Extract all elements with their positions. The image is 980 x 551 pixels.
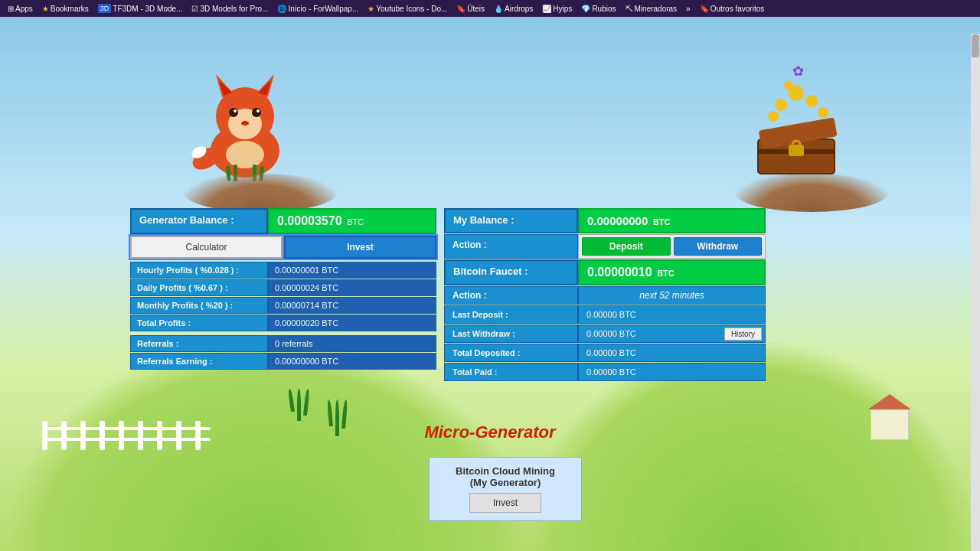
- total-deposited-label: Total Deposited :: [444, 344, 578, 362]
- deposit-button[interactable]: Deposit: [582, 237, 671, 256]
- airdrops-icon: 💧: [494, 5, 503, 13]
- fox-illustration: [184, 59, 337, 212]
- rubios-bookmark[interactable]: 💎 Rubios: [578, 5, 619, 13]
- faucet-btc: BTC: [657, 269, 675, 278]
- balance-panel: My Balance : 0.00000000 BTC Action : Dep…: [444, 208, 766, 382]
- svg-point-7: [229, 108, 238, 117]
- apps-icon: ⊞: [8, 5, 14, 13]
- total-paid-label: Total Paid :: [444, 363, 578, 381]
- bookmarks-item[interactable]: ★ Bookmarks: [39, 5, 92, 13]
- rubios-icon: 💎: [581, 5, 590, 13]
- svg-point-10: [256, 109, 260, 112]
- svg-point-27: [768, 111, 779, 122]
- hourly-profits-value: 0.00000001 BTC: [268, 262, 436, 279]
- cloud-mining-box: Bitcoin Cloud Mining (My Generator) Inve…: [429, 457, 582, 521]
- more-bookmarks[interactable]: »: [683, 5, 694, 13]
- svg-point-25: [805, 95, 818, 107]
- total-deposited-row: Total Deposited : 0.00000 BTC: [444, 344, 766, 362]
- my-balance-label: My Balance :: [444, 208, 578, 233]
- action-label: Action :: [444, 234, 578, 259]
- cloud-mining-title: Bitcoin Cloud Mining (My Generator): [437, 465, 573, 488]
- generator-balance-number: 0.00003570: [277, 214, 342, 227]
- monthly-profits-label: Monthly Profits ( %20 ) :: [130, 297, 268, 314]
- last-deposit-value: 0.00000 BTC: [578, 305, 766, 324]
- action-buttons: Deposit Withdraw: [578, 234, 766, 259]
- last-deposit-label: Last Deposit :: [444, 305, 578, 324]
- hyips-icon: 📈: [542, 5, 551, 13]
- monthly-profits-row: Monthly Profits ( %20 ) : 0.00000714 BTC: [130, 297, 436, 314]
- hourly-profits-label: Hourly Profits ( %0.028 ) :: [130, 262, 268, 279]
- hyips-bookmark[interactable]: 📈 Hyips: [539, 5, 575, 13]
- total-profits-value: 0.00000020 BTC: [268, 315, 436, 331]
- referrals-label: Referrals :: [130, 335, 268, 352]
- total-deposited-value: 0.00000 BTC: [578, 344, 766, 362]
- my-balance-value: 0.00000000 BTC: [578, 208, 766, 233]
- total-profits-row: Total Profits : 0.00000020 BTC: [130, 315, 436, 331]
- scrollbar[interactable]: [971, 34, 980, 551]
- mineradoras-bookmark[interactable]: ⛏ Mineradoras: [622, 5, 681, 13]
- faucet-label: Bitcoin Faucet :: [444, 259, 578, 285]
- fox-mound: [184, 174, 337, 212]
- youtube-bookmark[interactable]: ★ Youtube Icons - Do...: [364, 5, 450, 13]
- history-button[interactable]: History: [724, 328, 762, 341]
- generator-balance-value: 0.00003570 BTC: [268, 208, 436, 234]
- last-withdraw-value-row: 0.00000 BTC History: [578, 324, 766, 343]
- monthly-profits-value: 0.00000714 BTC: [268, 297, 436, 314]
- mineradoras-icon: ⛏: [626, 5, 633, 13]
- hourly-profits-row: Hourly Profits ( %0.028 ) : 0.00000001 B…: [130, 262, 436, 279]
- chest-illustration: [735, 59, 888, 212]
- faucet-action-row: Action : next 52 minutes: [444, 286, 766, 305]
- daily-profits-label: Daily Profits ( %0.67 ) :: [130, 279, 268, 296]
- cloud-invest-button[interactable]: Invest: [469, 493, 541, 513]
- star-icon: ★: [42, 5, 49, 13]
- svg-point-23: [775, 99, 787, 111]
- faucet-number: 0.00000010: [587, 266, 652, 279]
- airdrops-bookmark[interactable]: 💧 Airdrops: [491, 5, 536, 13]
- chest-mound: [735, 174, 888, 212]
- last-withdraw-value: 0.00000 BTC: [582, 327, 724, 341]
- chest-svg: [735, 59, 858, 181]
- outros-bookmark[interactable]: 🔖 Outros favoritos: [697, 5, 768, 13]
- fox-svg: [184, 59, 306, 181]
- my-balance-row: My Balance : 0.00000000 BTC: [444, 208, 766, 233]
- globe-icon: 🌐: [277, 5, 286, 13]
- calculator-invest-row: Calculator Invest: [130, 236, 436, 259]
- checkbox-icon: ☑: [191, 5, 198, 13]
- referrals-value: 0 referrals: [268, 335, 436, 352]
- tf3dm-icon: 3D: [98, 4, 112, 13]
- main-content: ✿: [0, 17, 980, 551]
- grass-tuft-center: [291, 389, 307, 421]
- micro-generator-title: Micro-Generator: [0, 422, 980, 442]
- grass-tuft-center2: [329, 399, 345, 436]
- referrals-earning-label: Referrals Earning :: [130, 353, 268, 370]
- invest-button[interactable]: Invest: [284, 236, 436, 259]
- total-profits-label: Total Profits :: [130, 315, 268, 331]
- apps-bookmark[interactable]: ⊞ Apps: [5, 5, 36, 13]
- svg-point-9: [234, 109, 237, 112]
- svg-point-8: [252, 108, 261, 117]
- folder-icon: 🔖: [456, 5, 466, 13]
- faucet-action-label: Action :: [444, 286, 578, 305]
- uteis-bookmark[interactable]: 🔖 Úteis: [453, 5, 488, 13]
- my-balance-btc: BTC: [653, 217, 671, 227]
- 3dmodels-bookmark[interactable]: ☑ 3D Models for Pro...: [188, 5, 271, 13]
- browser-bar: ⊞ Apps ★ Bookmarks 3D TF3DM - 3D Mode...…: [0, 0, 980, 17]
- action-row: Action : Deposit Withdraw: [444, 234, 766, 259]
- daily-profits-value: 0.00000024 BTC: [268, 279, 436, 296]
- referrals-earning-row: Referrals Earning : 0.00000000 BTC: [130, 353, 436, 370]
- last-withdraw-row: Last Withdraw : 0.00000 BTC History: [444, 324, 766, 343]
- star2-icon: ★: [368, 5, 374, 13]
- outros-icon: 🔖: [700, 5, 709, 13]
- inicio-bookmark[interactable]: 🌐 Início - ForWallpap...: [274, 5, 361, 13]
- svg-point-28: [784, 81, 793, 90]
- total-paid-value: 0.00000 BTC: [578, 363, 766, 381]
- calculator-button[interactable]: Calculator: [130, 236, 283, 259]
- generator-panel: Generator Balance : 0.00003570 BTC Calcu…: [130, 208, 436, 370]
- svg-point-11: [241, 121, 249, 126]
- total-paid-row: Total Paid : 0.00000 BTC: [444, 363, 766, 381]
- bottom-section: Micro-Generator: [0, 422, 980, 450]
- withdraw-button[interactable]: Withdraw: [674, 237, 763, 256]
- tf3dm-bookmark[interactable]: 3D TF3DM - 3D Mode...: [95, 4, 186, 13]
- scrollbar-thumb[interactable]: [972, 34, 979, 57]
- faucet-value: 0.00000010 BTC: [578, 259, 766, 285]
